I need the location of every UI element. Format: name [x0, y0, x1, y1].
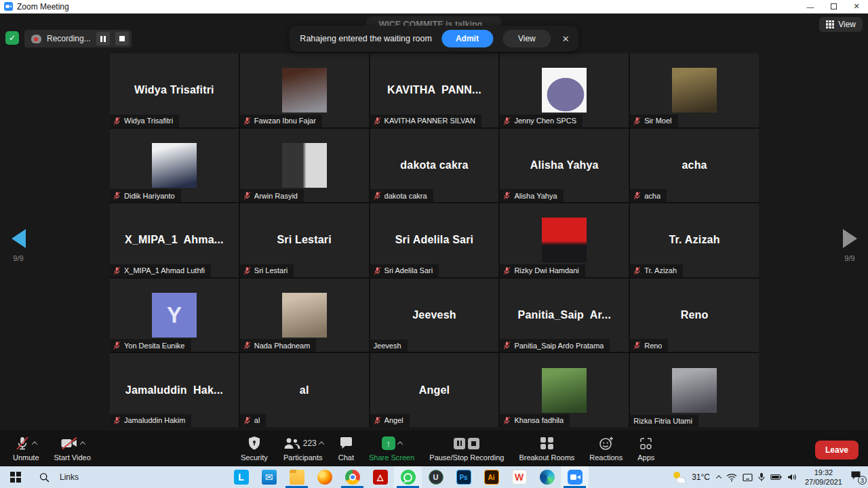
- weather-temp[interactable]: 31°C: [692, 472, 710, 482]
- participant-tile[interactable]: acha acha: [630, 129, 759, 203]
- taskbar-app-whatsapp[interactable]: [394, 466, 422, 488]
- restore-button[interactable]: [822, 0, 845, 13]
- recording-icon: [31, 35, 41, 43]
- recording-label: Recording...: [47, 34, 91, 43]
- taskbar-app-mail[interactable]: [255, 466, 283, 488]
- taskbar-app-line[interactable]: [227, 466, 255, 488]
- participant-avatar: [282, 143, 327, 188]
- taskbar-clock[interactable]: 19:32 27/09/2021: [805, 468, 842, 487]
- participant-tile[interactable]: Panitia_Saip Ar... Panitia_Saip Ardo Pra…: [500, 279, 629, 352]
- shield-check-icon[interactable]: ✓: [5, 31, 19, 45]
- participant-tile[interactable]: al al: [240, 353, 369, 427]
- participant-tile[interactable]: Rizky Dwi Hamdani: [500, 203, 629, 277]
- microphone-icon[interactable]: [758, 472, 765, 482]
- taskbar-app-explorer[interactable]: [283, 466, 311, 488]
- weather-icon[interactable]: [673, 472, 686, 483]
- participant-name-text: Yon Desita Eunike: [124, 342, 185, 350]
- participant-name-label: Tr. Azizah: [630, 264, 683, 277]
- video-off-icon: [60, 436, 78, 450]
- leave-button[interactable]: Leave: [815, 441, 859, 460]
- participants-chevron-icon[interactable]: [319, 441, 324, 447]
- reactions-button[interactable]: Reactions: [582, 434, 630, 463]
- muted-mic-icon: [374, 266, 381, 275]
- toolbar-pause-recording-icon[interactable]: [454, 438, 465, 449]
- participant-avatar: [542, 218, 587, 262]
- taskbar-app-zoom[interactable]: [561, 466, 589, 488]
- participant-name-label: X_MIPA_1 Ahmad Luthfi: [110, 264, 211, 277]
- close-button[interactable]: ✕: [845, 0, 868, 13]
- hidden-icons-chevron-icon[interactable]: [717, 475, 721, 479]
- taskbar-app-firefox[interactable]: [311, 466, 338, 488]
- participant-tile[interactable]: KAVITHA PANN... KAVITHA PANNER SILVAN: [370, 54, 499, 127]
- participant-tile[interactable]: Nada Phadneam: [240, 279, 369, 352]
- taskbar-app-chrome[interactable]: [338, 466, 366, 488]
- participant-tile[interactable]: Tr. Azizah Tr. Azizah: [630, 203, 759, 277]
- participant-tile[interactable]: Didik Hariyanto: [110, 129, 239, 203]
- participant-name-label: Sri Lestari: [240, 264, 294, 277]
- start-video-button[interactable]: Start Video: [47, 434, 98, 463]
- participant-grid: Widya Trisafitri Widya Trisafitri Fawzan…: [110, 54, 759, 427]
- participant-name-label: Panitia_Saip Ardo Pratama: [500, 339, 610, 352]
- participant-tile[interactable]: Rizka Fitria Utami: [630, 353, 759, 427]
- participant-tile[interactable]: Sri Lestari Sri Lestari: [240, 203, 369, 277]
- participant-name-text: Rizka Fitria Utami: [633, 417, 692, 425]
- banner-view-button[interactable]: View: [502, 30, 551, 47]
- participant-tile[interactable]: dakota cakra dakota cakra: [370, 129, 499, 203]
- pause-recording-button[interactable]: [96, 32, 110, 45]
- wifi-icon[interactable]: [726, 473, 737, 482]
- taskbar-app-ultraviewer[interactable]: [422, 466, 450, 488]
- taskbar-app-illustrator[interactable]: [477, 466, 505, 488]
- battery-icon[interactable]: [770, 474, 782, 481]
- participant-tile[interactable]: Jamaluddin Hak... Jamaluddin Hakim: [110, 353, 239, 427]
- unmute-button[interactable]: Unmute: [5, 434, 47, 463]
- participant-name-label: Jeevesh: [370, 340, 408, 352]
- participant-tile[interactable]: Fawzan Ibnu Fajar: [240, 54, 369, 127]
- participant-tile[interactable]: Khansa fadhila: [500, 353, 629, 427]
- participant-tile[interactable]: Arwin Rasyid: [240, 129, 369, 203]
- banner-close-icon[interactable]: ✕: [562, 34, 570, 44]
- start-button[interactable]: [0, 466, 31, 488]
- display-icon[interactable]: [743, 473, 753, 482]
- participant-tile[interactable]: Sir Moel: [630, 54, 759, 127]
- participant-display-name: acha: [682, 159, 707, 171]
- participant-tile[interactable]: Sri Adelila Sari Sri Adelila Sari: [370, 203, 499, 277]
- muted-mic-icon: [243, 191, 251, 200]
- action-center-button[interactable]: 3: [850, 470, 865, 484]
- taskbar-app-acrobat[interactable]: [366, 466, 394, 488]
- toolbar-stop-recording-icon[interactable]: [468, 438, 479, 449]
- stop-recording-button[interactable]: [115, 32, 129, 45]
- breakout-rooms-button[interactable]: Breakout Rooms: [511, 434, 582, 463]
- previous-page-arrow-icon[interactable]: [12, 229, 26, 248]
- security-button[interactable]: Security: [233, 434, 275, 463]
- next-page-arrow-icon[interactable]: [843, 229, 857, 248]
- participant-tile[interactable]: Jeevesh Jeevesh: [370, 279, 499, 352]
- participant-tile[interactable]: Jenny Chen SPCS: [500, 54, 629, 127]
- apps-button[interactable]: Apps: [630, 434, 662, 463]
- chat-button[interactable]: Chat: [331, 434, 361, 463]
- participant-tile[interactable]: Alisha Yahya Alisha Yahya: [500, 129, 629, 203]
- muted-mic-icon: [15, 436, 30, 451]
- share-options-chevron-icon[interactable]: [397, 441, 402, 447]
- taskbar-search-button[interactable]: [31, 466, 57, 488]
- share-screen-button[interactable]: Share Screen: [361, 434, 422, 463]
- participant-tile[interactable]: Reno Reno: [630, 279, 759, 352]
- taskbar-app-photoshop[interactable]: [450, 466, 477, 488]
- speaker-icon[interactable]: [787, 473, 797, 481]
- search-icon: [39, 472, 50, 483]
- taskbar-app-edge[interactable]: [533, 466, 561, 488]
- admit-button[interactable]: Admit: [441, 30, 493, 47]
- view-button[interactable]: View: [819, 17, 863, 32]
- participants-button[interactable]: 223 Participants: [275, 434, 331, 463]
- muted-mic-icon: [633, 266, 641, 275]
- video-options-chevron-icon[interactable]: [79, 441, 85, 447]
- minimize-button[interactable]: —: [799, 0, 822, 13]
- taskbar-app-wps[interactable]: [505, 466, 533, 488]
- windows-taskbar: Links 31°C: [0, 466, 868, 488]
- participant-tile[interactable]: Y Yon Desita Eunike: [110, 279, 239, 352]
- unmute-options-chevron-icon[interactable]: [32, 441, 37, 447]
- participant-tile[interactable]: Widya Trisafitri Widya Trisafitri: [110, 54, 239, 127]
- participant-tile[interactable]: X_MIPA_1 Ahma... X_MIPA_1 Ahmad Luthfi: [110, 203, 239, 277]
- links-toolbar[interactable]: Links: [60, 466, 79, 488]
- muted-mic-icon: [243, 416, 251, 425]
- participant-tile[interactable]: Angel Angel: [370, 353, 499, 427]
